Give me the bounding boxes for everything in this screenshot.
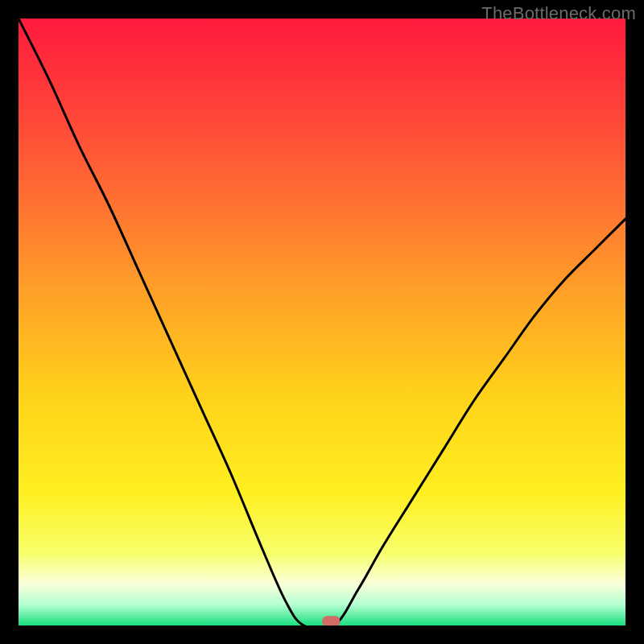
- watermark-text: TheBottleneck.com: [481, 3, 636, 24]
- plot-area: [19, 19, 625, 625]
- optimal-marker: [322, 616, 340, 625]
- chart-frame: TheBottleneck.com: [0, 0, 644, 644]
- chart-svg: [19, 19, 625, 625]
- gradient-background: [19, 19, 625, 625]
